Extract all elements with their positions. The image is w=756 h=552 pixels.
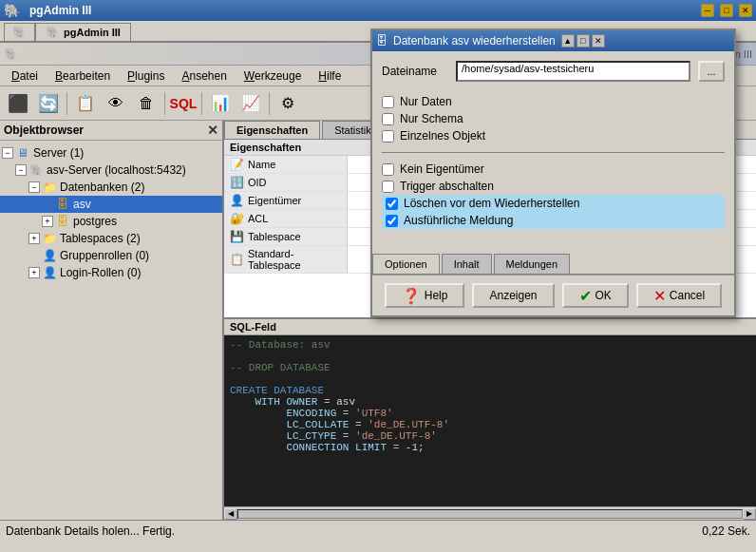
tree-item-server[interactable]: − 🖥 Server (1) xyxy=(0,144,222,162)
file-browse-btn[interactable]: ... xyxy=(698,61,725,82)
dialog-close-btn[interactable]: ✕ xyxy=(592,34,605,48)
toolbar-btn-graph[interactable]: 📊 xyxy=(206,90,235,117)
scroll-track[interactable] xyxy=(237,509,743,519)
server-icon: 🖥 xyxy=(15,145,30,161)
object-tree: − 🖥 Server (1) − 🐘 asv-Server (localhost… xyxy=(0,141,222,520)
toolbar-sep3 xyxy=(201,92,202,115)
toolbar-btn-delete[interactable]: 🗑 xyxy=(132,90,161,117)
help-button[interactable]: ❓ Help xyxy=(385,283,465,308)
menu-datei[interactable]: Datei xyxy=(4,67,46,85)
menu-werkzeuge[interactable]: Werkzeuge xyxy=(236,67,309,85)
toolbar-sep4 xyxy=(269,92,270,115)
checkbox-kein-eigentuemer: Kein Eigentümer xyxy=(382,161,725,178)
close-btn[interactable]: ✕ xyxy=(739,4,752,17)
anzeigen-button[interactable]: Anzeigen xyxy=(472,283,554,308)
tree-expand-datenbanken[interactable]: − xyxy=(28,181,40,193)
scroll-right-btn[interactable]: ▶ xyxy=(743,508,756,520)
tree-item-gruppenrollen[interactable]: 👤 Gruppenrollen (0) xyxy=(0,247,222,264)
sql-section: SQL-Feld -- Database: asv -- DROP DATABA… xyxy=(224,317,756,506)
tab-eigenschaften[interactable]: Eigenschaften xyxy=(224,121,320,139)
dialog-tab-meldungen[interactable]: Meldungen xyxy=(494,254,570,274)
tree-item-postgres[interactable]: + 🗄 postgres xyxy=(0,213,222,230)
asvserver-icon: 🐘 xyxy=(28,162,44,178)
file-path-input[interactable]: /home/sysad/asv-testsicheru xyxy=(456,61,690,82)
anzeigen-label: Anzeigen xyxy=(489,289,537,302)
status-bar: Datenbank Details holen... Fertig. 0,22 … xyxy=(0,520,756,541)
sql-line-2 xyxy=(230,351,750,362)
cancel-button[interactable]: ✕ Cancel xyxy=(636,283,722,308)
tree-item-tablespaces[interactable]: + 📁 Tablespaces (2) xyxy=(0,230,222,247)
prop-oid-icon: 🔢 xyxy=(230,176,244,189)
menu-hilfe[interactable]: Hilfe xyxy=(311,67,349,85)
tree-item-asvserver[interactable]: − 🐘 asv-Server (localhost:5432) xyxy=(0,162,222,179)
tablespaces-icon: 📁 xyxy=(42,231,57,246)
loeschen-vor-label: Löschen vor dem Wiederherstellen xyxy=(404,197,579,210)
tree-item-asv[interactable]: 🗄 asv xyxy=(0,196,222,213)
cancel-icon: ✕ xyxy=(653,287,666,305)
prop-name-icon: 📝 xyxy=(230,158,244,171)
toolbar-btn-settings[interactable]: ⚙ xyxy=(274,90,302,117)
ok-button[interactable]: ✔ OK xyxy=(562,283,629,308)
menu-ansehen[interactable]: Ansehen xyxy=(174,67,234,85)
nur-daten-label: Nur Daten xyxy=(400,95,452,108)
dialog-tabs: Optionen Inhalt Meldungen xyxy=(372,254,734,275)
menu-plugins[interactable]: Plugins xyxy=(120,67,172,85)
gruppenrollen-icon: 👤 xyxy=(42,248,57,263)
kein-eigentuemer-checkbox[interactable] xyxy=(382,163,394,176)
tablespaces-label: Tablespaces (2) xyxy=(60,232,141,245)
loeschen-vor-checkbox[interactable] xyxy=(386,198,398,210)
sql-line-5: CREATE DATABASE xyxy=(230,385,750,396)
checkbox-group-1: Nur Daten Nur Schema Einzelnes Objekt xyxy=(382,93,725,144)
ausfuehrliche-meldung-checkbox[interactable] xyxy=(386,215,398,227)
gruppenrollen-label: Gruppenrollen (0) xyxy=(60,249,149,262)
scroll-left-btn[interactable]: ◀ xyxy=(224,508,237,520)
prop-tablespace-icon: 💾 xyxy=(230,230,244,243)
minimize-btn[interactable]: ─ xyxy=(701,4,714,17)
checkbox-ausfuehrliche-meldung: Ausführliche Meldung xyxy=(382,212,725,229)
dialog-body: Dateiname /home/sysad/asv-testsicheru ..… xyxy=(372,51,734,246)
nur-daten-checkbox[interactable] xyxy=(382,96,394,108)
loginrollen-icon: 👤 xyxy=(42,265,57,280)
tree-expand-asvserver[interactable]: − xyxy=(15,164,27,176)
sql-line-1: -- Database: asv xyxy=(230,339,750,351)
asv-label: asv xyxy=(73,198,91,211)
toolbar-btn-view[interactable]: 👁 xyxy=(102,90,130,117)
trigger-abschalten-label: Trigger abschalten xyxy=(400,180,494,193)
tree-expand-tablespaces[interactable]: + xyxy=(28,233,40,244)
toolbar-btn-back[interactable]: ⬛ xyxy=(4,90,32,117)
sql-label: SQL-Feld xyxy=(224,319,756,335)
dialog-max-btn[interactable]: □ xyxy=(576,34,590,48)
nur-schema-checkbox[interactable] xyxy=(382,113,394,125)
dialog-button-row: ❓ Help Anzeigen ✔ OK ✕ Cancel xyxy=(372,275,734,315)
status-time: 0,22 Sek. xyxy=(702,524,750,538)
object-browser-panel: Objektbrowser ✕ − 🖥 Server (1) − 🐘 asv-S… xyxy=(0,121,224,520)
einzelnes-objekt-checkbox[interactable] xyxy=(382,130,394,143)
tab-app1[interactable]: 🐘 xyxy=(4,23,35,41)
asv-icon: 🗄 xyxy=(55,197,70,212)
tree-expand-postgres[interactable]: + xyxy=(42,216,53,227)
file-input-row: Dateiname /home/sysad/asv-testsicheru ..… xyxy=(382,61,725,82)
tree-expand-loginrollen[interactable]: + xyxy=(28,267,40,278)
panel-close-btn[interactable]: ✕ xyxy=(207,123,218,138)
toolbar-btn-graph2[interactable]: 📈 xyxy=(236,90,265,117)
horizontal-scrollbar[interactable]: ◀ ▶ xyxy=(224,506,756,520)
toolbar-btn-sql[interactable]: SQL xyxy=(169,90,198,117)
toolbar-btn-refresh[interactable]: 🔄 xyxy=(34,90,63,117)
tree-item-loginrollen[interactable]: + 👤 Login-Rollen (0) xyxy=(0,264,222,281)
trigger-abschalten-checkbox[interactable] xyxy=(382,181,394,193)
maximize-btn[interactable]: □ xyxy=(720,4,733,17)
tree-expand-server[interactable]: − xyxy=(2,147,13,159)
tree-item-datenbanken[interactable]: − 📁 Datenbanken (2) xyxy=(0,179,222,196)
dialog-tab-inhalt[interactable]: Inhalt xyxy=(442,254,492,274)
dialog-min-btn[interactable]: ▲ xyxy=(561,34,575,48)
server-label: Server (1) xyxy=(33,146,84,160)
dialog-tab-optionen[interactable]: Optionen xyxy=(372,254,440,274)
sql-content[interactable]: -- Database: asv -- DROP DATABASE CREATE… xyxy=(224,335,756,506)
sql-line-3: -- DROP DATABASE xyxy=(230,362,750,373)
toolbar-btn-copy[interactable]: 📋 xyxy=(71,90,100,117)
cancel-label: Cancel xyxy=(670,289,705,302)
tab-app2[interactable]: 🐘 pgAdmin III xyxy=(35,23,131,41)
menu-bearbeiten[interactable]: Bearbeiten xyxy=(47,67,118,85)
object-browser-header: Objektbrowser ✕ xyxy=(0,121,222,141)
prop-eigentuemer-icon: 👤 xyxy=(230,194,244,207)
